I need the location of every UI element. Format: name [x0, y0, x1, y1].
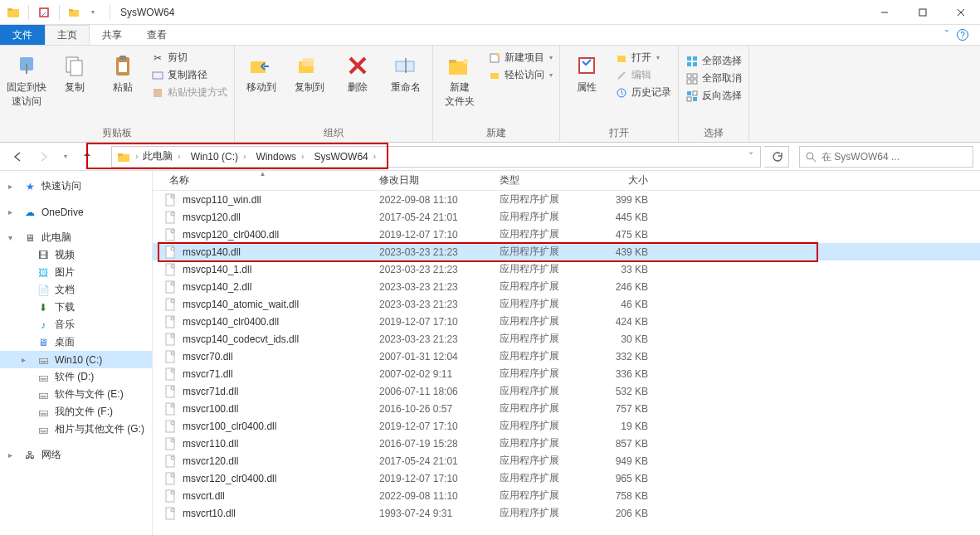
nav-forward-button[interactable] — [33, 146, 55, 168]
sidebar-item[interactable]: ▸🖴Win10 (C:) — [0, 351, 152, 368]
breadcrumb-item[interactable]: Windows› — [251, 147, 309, 167]
file-row[interactable]: msvcp120.dll2017-05-24 21:01应用程序扩展445 KB — [153, 208, 980, 226]
selectall-button[interactable]: 全部选择 — [685, 54, 742, 68]
breadcrumb-item[interactable]: 此电脑› — [138, 147, 185, 167]
sidebar-item[interactable]: ▸☁OneDrive — [0, 203, 152, 221]
selectnone-button[interactable]: 全部取消 — [685, 71, 742, 85]
copypath-button[interactable]: 复制路径 — [151, 68, 227, 82]
sidebar-item[interactable]: ♪音乐 — [0, 316, 152, 333]
paste-button[interactable]: 粘贴 — [103, 49, 143, 95]
file-list[interactable]: msvcp110_win.dll2022-09-08 11:10应用程序扩展39… — [153, 191, 980, 535]
sidebar-item-label: 视频 — [55, 248, 75, 262]
delete-button[interactable]: 删除 — [338, 49, 378, 95]
breadcrumb-item[interactable]: SysWOW64› — [309, 147, 381, 167]
ribbon-collapse-icon[interactable]: ˇ — [945, 29, 948, 41]
expand-icon[interactable]: ▸ — [8, 207, 18, 216]
expand-icon[interactable]: ▸ — [22, 355, 32, 364]
qat-newfolder-icon[interactable] — [68, 6, 81, 19]
nav-back-button[interactable] — [7, 146, 28, 168]
sidebar-item[interactable]: 🖼图片 — [0, 264, 152, 281]
svg-point-78 — [172, 352, 173, 353]
sidebar-item[interactable]: 🖥桌面 — [0, 333, 152, 351]
drive-icon: 🖴 — [37, 423, 50, 436]
col-name[interactable]: ▲名称 — [153, 171, 373, 190]
minimize-button[interactable] — [865, 0, 904, 25]
easyaccess-button[interactable]: 轻松访问▾ — [488, 68, 553, 82]
sidebar-item[interactable]: 📄文档 — [0, 281, 152, 299]
tab-file[interactable]: 文件 — [0, 25, 45, 45]
help-icon[interactable]: ? — [957, 29, 968, 41]
pasteshortcut-button[interactable]: 粘贴快捷方式 — [151, 85, 227, 100]
col-date[interactable]: 修改日期 — [373, 171, 493, 190]
address-dropdown-icon[interactable]: ˅ — [742, 147, 760, 167]
expand-icon[interactable]: ▸ — [8, 182, 18, 191]
open-button[interactable]: 打开▾ — [615, 51, 671, 65]
file-name: msvcr100_clr0400.dll — [183, 421, 276, 432]
file-row[interactable]: msvcp110_win.dll2022-09-08 11:10应用程序扩展39… — [153, 191, 980, 208]
search-input[interactable] — [822, 151, 968, 163]
star-icon: ★ — [23, 180, 37, 193]
refresh-button[interactable] — [764, 146, 789, 168]
sidebar-item[interactable]: ▾🖥此电脑 — [0, 229, 152, 246]
file-row[interactable]: msvcp140_codecvt_ids.dll2023-03-23 21:23… — [153, 330, 980, 348]
breadcrumb-item[interactable]: Win10 (C:)› — [186, 147, 251, 167]
sidebar-item[interactable]: ⬇下载 — [0, 299, 152, 316]
file-row[interactable]: msvcp140_atomic_wait.dll2023-03-23 21:23… — [153, 295, 980, 313]
col-size[interactable]: 大小 — [588, 171, 655, 190]
file-type: 应用程序扩展 — [493, 489, 588, 503]
file-row[interactable]: msvcr71d.dll2006-07-11 18:06应用程序扩展532 KB — [153, 382, 980, 400]
file-size: 30 KB — [588, 333, 655, 345]
sidebar-item[interactable]: 🖴软件 (D:) — [0, 368, 152, 386]
pin-button[interactable]: 固定到快 速访问 — [7, 49, 46, 109]
file-row[interactable]: msvcr71.dll2007-02-02 9:11应用程序扩展336 KB — [153, 365, 980, 382]
sidebar-item[interactable]: 🎞视频 — [0, 246, 152, 264]
cut-button[interactable]: ✂剪切 — [151, 51, 227, 65]
file-row[interactable]: msvcp140.dll2023-03-23 21:23应用程序扩展439 KB — [153, 243, 980, 260]
qat-dropdown-icon[interactable]: ▾ — [86, 6, 100, 19]
qat-properties-icon[interactable] — [37, 6, 51, 19]
nav-recent-button[interactable]: ▾ — [60, 146, 71, 168]
file-icon — [164, 472, 178, 485]
nav-up-button[interactable] — [76, 146, 98, 168]
moveto-button[interactable]: 移动到 — [241, 49, 281, 95]
sidebar-item[interactable]: 🖴软件与文件 (E:) — [0, 386, 152, 403]
file-size: 758 KB — [588, 490, 655, 502]
file-row[interactable]: msvcr120.dll2017-05-24 21:01应用程序扩展949 KB — [153, 452, 980, 469]
invert-button[interactable]: 反向选择 — [685, 89, 742, 103]
file-row[interactable]: msvcp140_clr0400.dll2019-12-07 17:10应用程序… — [153, 313, 980, 330]
col-type[interactable]: 类型 — [493, 171, 588, 190]
file-row[interactable]: msvcr100_clr0400.dll2019-12-07 17:10应用程序… — [153, 417, 980, 435]
rename-button[interactable]: 重命名 — [386, 49, 426, 95]
address-bar[interactable]: › 此电脑›Win10 (C:)›Windows›SysWOW64› ˅ — [111, 146, 761, 168]
file-row[interactable]: msvcrt10.dll1993-07-24 9:31应用程序扩展206 KB — [153, 504, 980, 522]
copyto-button[interactable]: 复制到 — [290, 49, 329, 95]
edit-button[interactable]: 编辑 — [615, 68, 671, 82]
file-row[interactable]: msvcp120_clr0400.dll2019-12-07 17:10应用程序… — [153, 226, 980, 243]
file-row[interactable]: msvcr70.dll2007-01-31 12:04应用程序扩展332 KB — [153, 348, 980, 365]
expand-icon[interactable]: ▸ — [8, 450, 18, 460]
file-row[interactable]: msvcrt.dll2022-09-08 11:10应用程序扩展758 KB — [153, 487, 980, 504]
newfolder-button[interactable]: 新建 文件夹 — [440, 49, 480, 109]
tab-view[interactable]: 查看 — [134, 25, 179, 45]
expand-icon[interactable]: ▾ — [8, 233, 18, 242]
svg-rect-19 — [302, 58, 314, 66]
sidebar-item[interactable]: 🖴相片与其他文件 (G:) — [0, 421, 152, 438]
tab-home[interactable]: 主页 — [45, 25, 90, 45]
sidebar-item[interactable]: ▸★快速访问 — [0, 178, 152, 195]
sidebar-item[interactable]: 🖴我的文件 (F:) — [0, 403, 152, 421]
file-row[interactable]: msvcr110.dll2016-07-19 15:28应用程序扩展857 KB — [153, 435, 980, 452]
search-box[interactable] — [799, 146, 973, 168]
history-button[interactable]: 历史记录 — [615, 85, 671, 100]
file-row[interactable]: msvcp140_1.dll2023-03-23 21:23应用程序扩展33 K… — [153, 260, 980, 278]
file-row[interactable]: msvcp140_2.dll2023-03-23 21:23应用程序扩展246 … — [153, 278, 980, 295]
copy-button[interactable]: 复制 — [55, 49, 95, 95]
properties-button[interactable]: 属性 — [567, 49, 607, 95]
file-row[interactable]: msvcr100.dll2016-10-26 0:57应用程序扩展757 KB — [153, 400, 980, 417]
newitem-button[interactable]: 新建项目▾ — [488, 51, 553, 65]
maximize-button[interactable] — [904, 0, 942, 25]
file-row[interactable]: msvcr120_clr0400.dll2019-12-07 17:10应用程序… — [153, 469, 980, 487]
file-name: msvcr70.dll — [183, 351, 233, 362]
tab-share[interactable]: 共享 — [90, 25, 134, 45]
close-button[interactable] — [942, 0, 980, 25]
sidebar-item[interactable]: ▸🖧网络 — [0, 446, 152, 464]
